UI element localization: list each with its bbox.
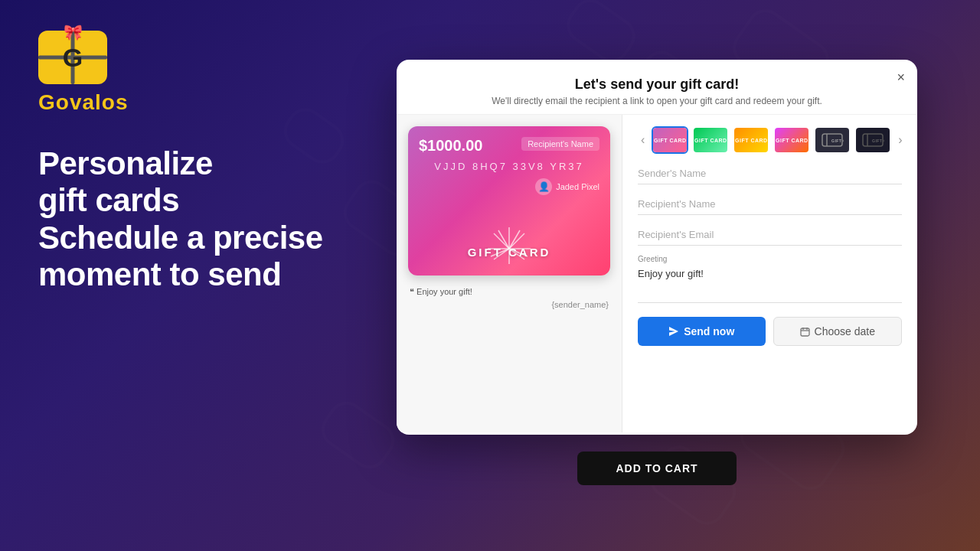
thumb-inner-1: GIFT CARD [653,128,687,152]
svg-rect-18 [801,328,809,336]
add-to-cart-button[interactable]: ADD TO CART [577,452,736,485]
thumb-inner-6: GIFT CARD [856,128,890,152]
logo-area: 🎀 G Govalos [38,31,345,115]
tagline-line4: moment to send [38,256,345,293]
bow-icon: 🎀 [64,23,83,41]
send-buttons: Send now Choose date [638,317,902,346]
tagline-line1: Personalize [38,145,345,182]
avatar-icon: 👤 [535,178,552,195]
logo-name: Govalos [38,90,128,115]
thumb-inner-3: GIFT CARD [734,128,768,152]
preview-sender: {sender_name} [410,300,609,309]
tagline: Personalize gift cards Schedule a precis… [38,145,345,293]
send-gift-modal: Let's send your gift card! We'll directl… [397,60,917,435]
choose-date-label: Choose date [815,325,875,337]
close-button[interactable]: × [897,70,905,84]
thumbnail-5[interactable]: GIFT CARD [814,126,851,154]
preview-quote: ❝ Enjoy your gift! [410,287,609,297]
card-amount: $1000.00 [419,137,482,155]
send-now-label: Send now [684,325,734,337]
greeting-text[interactable]: Enjoy your gift! [638,265,902,303]
thumbnails-list: GIFT CARD GIFT CARD GIFT CARD GIFT CARD … [652,126,891,154]
thumb-prev-button[interactable]: ‹ [638,130,648,150]
firework-svg [475,222,544,268]
thumb-inner-5: GIFT CARD [815,128,849,152]
card-preview-footer: ❝ Enjoy your gift! {sender_name} [408,283,610,313]
card-preview-section: $1000.00 Recipient's Name VJJD 8HQ7 33V8… [397,115,622,432]
left-panel: 🎀 G Govalos Personalize gift cards Sched… [0,0,383,551]
logo-letter: G [63,43,83,73]
thumbnail-2[interactable]: GIFT CARD [692,126,729,154]
thumbnail-1[interactable]: GIFT CARD [652,126,688,154]
recipient-email-field [638,224,902,246]
modal-body: $1000.00 Recipient's Name VJJD 8HQ7 33V8… [397,115,917,432]
tagline-line2: gift cards [38,182,345,219]
svg-text:GIFT CARD: GIFT CARD [831,139,844,143]
choose-date-button[interactable]: Choose date [773,317,903,346]
modal-header: Let's send your gift card! We'll directl… [397,60,917,115]
card-recipient-name: Recipient's Name [521,137,599,151]
gift-card-display: $1000.00 Recipient's Name VJJD 8HQ7 33V8… [408,126,610,276]
sender-name-input[interactable] [638,163,902,184]
svg-text:GIFT CARD: GIFT CARD [872,139,884,143]
tagline-line3: Schedule a precise [38,220,345,256]
thumb-inner-4: GIFT CARD [775,128,808,152]
recipient-email-input[interactable] [638,224,902,246]
recipient-name-field [638,194,902,215]
thumbnails-row: ‹ GIFT CARD GIFT CARD GIFT CARD GIFT CAR… [638,126,902,154]
form-section: ‹ GIFT CARD GIFT CARD GIFT CARD GIFT CAR… [622,115,917,432]
send-now-button[interactable]: Send now [638,317,766,346]
thumbnail-3[interactable]: GIFT CARD [733,126,769,154]
card-label-text: GIFT CARD [468,246,551,259]
avatar-label: Jaded Pixel [556,182,599,191]
thumb-next-button[interactable]: › [895,130,905,150]
thumbnail-6[interactable]: GIFT CARD [854,126,891,154]
recipient-name-input[interactable] [638,194,902,215]
sender-name-field [638,163,902,184]
thumb-inner-2: GIFT CARD [694,128,727,152]
send-icon [668,326,679,337]
logo-icon: 🎀 G [38,31,107,84]
modal-title: Let's send your gift card! [412,77,902,93]
greeting-field: Greeting Enjoy your gift! [638,255,902,303]
thumbnail-4[interactable]: GIFT CARD [773,126,810,154]
card-code: VJJD 8HQ7 33V8 YR37 [419,161,599,172]
modal-subtitle: We'll directly email the recipient a lin… [412,96,902,106]
add-to-cart-section: ADD TO CART [397,440,917,497]
calendar-icon [800,327,810,337]
greeting-label: Greeting [638,255,902,263]
